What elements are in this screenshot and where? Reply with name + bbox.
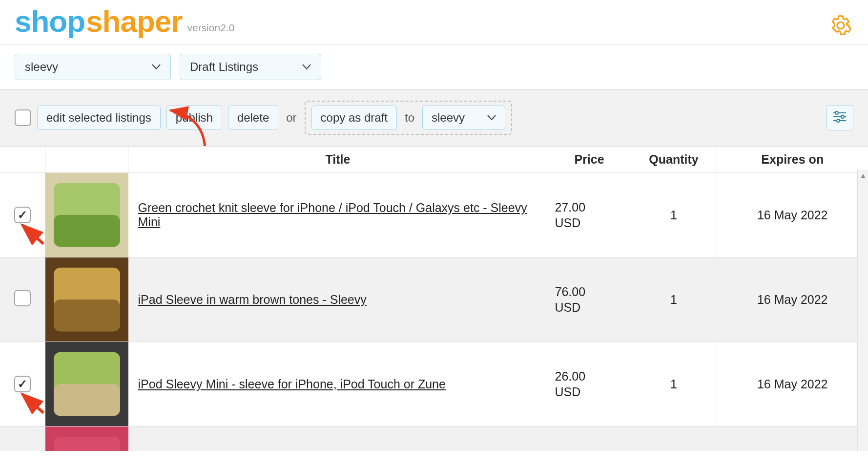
svg-rect-14 (54, 384, 120, 416)
sliders-icon (832, 110, 847, 123)
listings-table: Title Price Quantity Expires on Green cr… (0, 146, 868, 451)
row-quantity-cell (631, 427, 717, 451)
row-expires-cell: 16 May 2022 (717, 173, 868, 257)
shop-select[interactable]: sleevy (15, 54, 171, 80)
listings-table-wrap: Title Price Quantity Expires on Green cr… (0, 146, 868, 451)
publish-button[interactable]: publish (166, 106, 222, 130)
row-quantity-cell: 1 (631, 342, 717, 427)
row-expires-cell (717, 427, 868, 451)
app-header: shop shaper version2.0 (0, 0, 868, 45)
row-thumb-cell (45, 427, 128, 451)
row-title-cell: iPad Sleeve in warm brown tones - Sleevy (128, 257, 548, 342)
select-all-checkbox[interactable] (15, 109, 31, 126)
chevron-down-icon (302, 64, 311, 70)
copy-group: copy as draft to sleevy (305, 101, 512, 135)
gear-icon (829, 14, 852, 37)
table-row: 76.00 (0, 427, 868, 451)
row-check-cell (0, 427, 45, 451)
col-check-header (0, 147, 45, 173)
col-title-header[interactable]: Title (128, 147, 548, 173)
delete-button[interactable]: delete (228, 106, 278, 130)
row-quantity-cell: 1 (631, 257, 717, 342)
listing-thumbnail[interactable] (45, 173, 128, 257)
row-price-cell: 76.00 (548, 427, 631, 451)
copy-target-value: sleevy (432, 111, 465, 125)
svg-point-5 (837, 119, 840, 122)
shop-select-value: sleevy (25, 60, 58, 74)
row-checkbox[interactable] (14, 290, 31, 306)
app-version: version2.0 (187, 22, 234, 34)
status-select-value: Draft Listings (190, 60, 258, 74)
scroll-up-icon: ▲ (860, 171, 867, 179)
row-price-cell: 76.00USD (548, 257, 631, 342)
logo-shop: shop (15, 4, 85, 39)
status-select[interactable]: Draft Listings (180, 54, 321, 80)
app-logo: shop shaper (15, 4, 182, 39)
row-check-cell (0, 257, 45, 342)
row-title-cell (128, 427, 548, 451)
row-checkbox[interactable] (14, 376, 31, 392)
listing-title-link[interactable]: Green crochet knit sleeve for iPhone / i… (138, 201, 527, 229)
edit-selected-button[interactable]: edit selected listings (37, 106, 161, 130)
row-checkbox[interactable] (14, 207, 31, 223)
chevron-down-icon (152, 64, 161, 70)
table-row: iPod Sleevy Mini - sleeve for iPhone, iP… (0, 342, 868, 427)
copy-target-select[interactable]: sleevy (422, 106, 505, 130)
svg-rect-16 (54, 437, 120, 451)
listing-title-link[interactable]: iPod Sleevy Mini - sleeve for iPhone, iP… (138, 377, 446, 391)
row-title-cell: Green crochet knit sleeve for iPhone / i… (128, 173, 548, 257)
col-image-header (45, 147, 128, 173)
col-price-header[interactable]: Price (548, 147, 631, 173)
row-price-cell: 27.00USD (548, 173, 631, 257)
copy-as-draft-button[interactable]: copy as draft (311, 106, 397, 130)
vertical-scrollbar[interactable]: ▲ (857, 170, 868, 451)
table-row: iPad Sleeve in warm brown tones - Sleevy… (0, 257, 868, 342)
row-thumb-cell (45, 257, 128, 342)
row-expires-cell: 16 May 2022 (717, 257, 868, 342)
svg-point-3 (835, 111, 838, 114)
row-thumb-cell (45, 173, 128, 257)
col-expires-header[interactable]: Expires on (717, 147, 868, 173)
table-row: Green crochet knit sleeve for iPhone / i… (0, 173, 868, 257)
row-check-cell (0, 342, 45, 427)
listing-title-link[interactable]: iPad Sleeve in warm brown tones - Sleevy (138, 293, 367, 306)
listing-thumbnail[interactable] (45, 257, 128, 342)
row-title-cell: iPod Sleevy Mini - sleeve for iPhone, iP… (128, 342, 548, 427)
to-label: to (403, 111, 416, 125)
row-expires-cell: 16 May 2022 (717, 342, 868, 427)
column-settings-button[interactable] (826, 105, 853, 130)
or-label: or (284, 111, 298, 125)
row-check-cell (0, 173, 45, 257)
bulk-toolbar: edit selected listings publish delete or… (0, 89, 868, 146)
svg-point-4 (841, 115, 844, 118)
chevron-down-icon (487, 115, 496, 121)
row-quantity-cell: 1 (631, 173, 717, 257)
listing-thumbnail[interactable] (45, 427, 128, 451)
listing-thumbnail[interactable] (45, 342, 128, 426)
svg-rect-11 (54, 299, 120, 331)
settings-button[interactable] (829, 14, 852, 39)
col-quantity-header[interactable]: Quantity (631, 147, 717, 173)
row-thumb-cell (45, 342, 128, 427)
row-price-cell: 26.00USD (548, 342, 631, 427)
logo-shaper: shaper (86, 4, 182, 39)
filter-bar: sleevy Draft Listings (0, 45, 868, 89)
svg-rect-8 (54, 215, 120, 247)
